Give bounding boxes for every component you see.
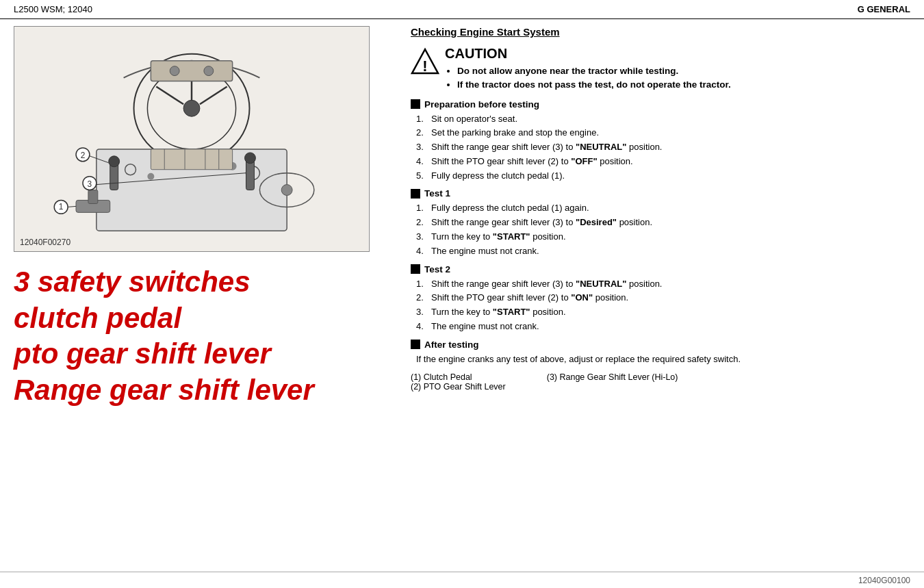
svg-text:!: ! bbox=[422, 57, 427, 75]
diagram-caption: 12040F00270 bbox=[20, 238, 70, 247]
list-item: 4.Shift the PTO gear shift lever (2) to … bbox=[416, 155, 910, 169]
after-testing-heading: After testing bbox=[411, 340, 910, 350]
caution-box: ! CAUTION Do not allow anyone near the t… bbox=[411, 46, 910, 92]
legend-item-2: (2) PTO Gear Shift Lever bbox=[411, 382, 506, 392]
red-text-line-2: clutch pedal bbox=[14, 301, 397, 337]
test2-list: 1.Shift the range gear shift lever (3) t… bbox=[411, 277, 910, 334]
test1-section: Test 1 1.Fully depress the clutch pedal … bbox=[411, 188, 910, 258]
red-text-block: 3 safety switches clutch pedal pto gear … bbox=[14, 264, 397, 408]
main-content: 1 2 3 bbox=[0, 19, 924, 583]
header-right: G GENERAL bbox=[858, 4, 910, 14]
red-text-line-3: pto gear shift lever bbox=[14, 336, 397, 372]
svg-point-13 bbox=[109, 156, 120, 167]
list-item: 2.Shift the PTO gear shift lever (2) to … bbox=[416, 291, 910, 305]
caution-content: CAUTION Do not allow anyone near the tra… bbox=[445, 46, 731, 92]
caution-bullets-list: Do not allow anyone near the tractor whi… bbox=[445, 64, 731, 92]
svg-point-33 bbox=[281, 185, 292, 196]
after-testing-heading-text: After testing bbox=[424, 340, 479, 350]
list-item: 1.Shift the range gear shift lever (3) t… bbox=[416, 277, 910, 292]
list-item: 3.Turn the key to "START" position. bbox=[416, 305, 910, 320]
red-text-line-1: 3 safety switches bbox=[14, 264, 397, 301]
red-text-line-4: Range gear shift lever bbox=[14, 372, 397, 409]
caution-label: CAUTION bbox=[445, 46, 731, 62]
svg-point-3 bbox=[183, 100, 200, 116]
black-square-prep bbox=[411, 99, 420, 109]
header-left: L2500 WSM; 12040 bbox=[14, 4, 92, 14]
test2-heading-text: Test 2 bbox=[424, 264, 450, 274]
preparation-heading-text: Preparation before testing bbox=[424, 99, 539, 110]
svg-rect-34 bbox=[151, 61, 232, 81]
list-item: 3.Shift the range gear shift lever (3) t… bbox=[416, 140, 910, 155]
svg-point-9 bbox=[147, 173, 154, 180]
svg-text:1: 1 bbox=[59, 202, 64, 212]
list-item: 5.Fully depress the clutch pedal (1). bbox=[416, 169, 910, 183]
after-testing-section: After testing If the engine cranks any t… bbox=[411, 340, 910, 367]
legend-row: (1) Clutch Pedal (2) PTO Gear Shift Leve… bbox=[411, 372, 910, 392]
legend-item-3: (3) Range Gear Shift Lever (Hi-Lo) bbox=[547, 372, 678, 382]
svg-point-36 bbox=[204, 66, 214, 76]
caution-icon: ! bbox=[411, 47, 439, 76]
bottom-bar: 12040G00100 bbox=[0, 572, 924, 588]
caution-bullet-1: Do not allow anyone near the tractor whi… bbox=[457, 64, 731, 78]
list-item: 4.The engine must not crank. bbox=[416, 320, 910, 334]
right-panel: Checking Engine Start System ! CAUTION D… bbox=[411, 26, 910, 576]
list-item: 3.Turn the key to "START" position. bbox=[416, 230, 910, 244]
legend-item-1: (1) Clutch Pedal bbox=[411, 372, 506, 382]
list-item: 4.The engine must not crank. bbox=[416, 244, 910, 259]
list-item: 1.Sit on operator's seat. bbox=[416, 112, 910, 127]
test1-heading: Test 1 bbox=[411, 188, 910, 199]
test1-list: 1.Fully depress the clutch pedal (1) aga… bbox=[411, 201, 910, 258]
list-item: 2.Shift the range gear shift lever (3) t… bbox=[416, 216, 910, 230]
list-item: 1.Fully depress the clutch pedal (1) aga… bbox=[416, 201, 910, 216]
preparation-heading: Preparation before testing bbox=[411, 99, 910, 110]
svg-rect-27 bbox=[151, 149, 232, 170]
diagram-svg: 1 2 3 bbox=[14, 27, 369, 251]
svg-point-35 bbox=[170, 66, 179, 76]
black-square-test1 bbox=[411, 189, 420, 199]
black-square-test2 bbox=[411, 264, 420, 274]
after-testing-text: If the engine cranks any test of above, … bbox=[411, 353, 910, 367]
preparation-section: Preparation before testing 1.Sit on oper… bbox=[411, 99, 910, 183]
svg-text:3: 3 bbox=[88, 179, 92, 189]
test2-heading: Test 2 bbox=[411, 264, 910, 274]
page-header: L2500 WSM; 12040 G GENERAL bbox=[0, 0, 924, 19]
caution-bullet-2: If the tractor does not pass the test, d… bbox=[457, 78, 731, 92]
svg-rect-17 bbox=[88, 190, 98, 204]
section-title: Checking Engine Start System bbox=[411, 26, 910, 38]
svg-point-15 bbox=[245, 153, 256, 164]
diagram-box: 1 2 3 bbox=[14, 26, 370, 252]
footer-page-code: 12040G00100 bbox=[858, 576, 910, 585]
left-panel: 1 2 3 bbox=[14, 26, 397, 576]
preparation-list: 1.Sit on operator's seat.2.Set the parki… bbox=[411, 112, 910, 183]
test1-heading-text: Test 1 bbox=[424, 188, 450, 199]
test2-section: Test 2 1.Shift the range gear shift leve… bbox=[411, 264, 910, 334]
svg-text:2: 2 bbox=[81, 151, 86, 160]
black-square-after bbox=[411, 340, 420, 349]
list-item: 2.Set the parking brake and stop the eng… bbox=[416, 126, 910, 140]
svg-rect-14 bbox=[246, 159, 255, 190]
